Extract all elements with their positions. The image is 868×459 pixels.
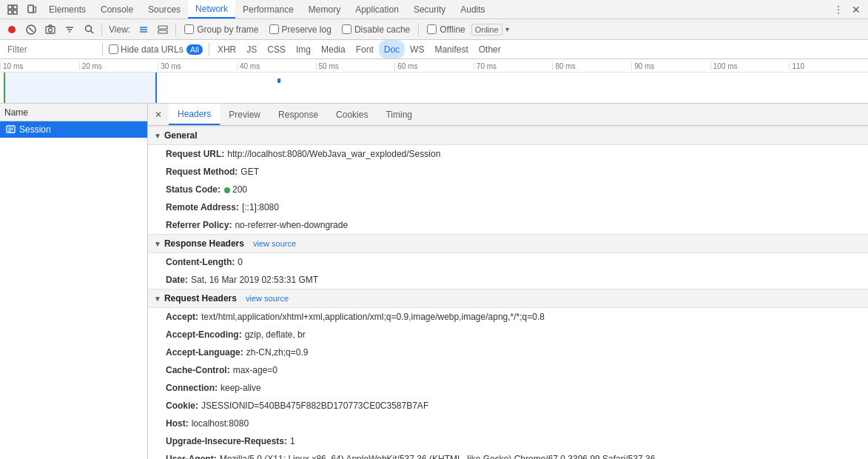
svg-rect-4 [28, 5, 33, 13]
view-label: View: [109, 24, 130, 35]
filter-js[interactable]: JS [241, 40, 262, 58]
disable-cache-label: Disable cache [354, 24, 410, 35]
cache-control-row: Cache-Control: max-age=0 [148, 361, 868, 379]
close-devtools-button[interactable]: ✕ [847, 1, 865, 19]
preserve-log-checkbox[interactable] [269, 24, 279, 34]
preserve-log-label: Preserve log [282, 24, 332, 35]
tab-sources[interactable]: Sources [141, 0, 188, 19]
filter-input[interactable] [3, 43, 99, 56]
timeline-tick: 70 ms [474, 62, 553, 70]
tab-network[interactable]: Network [188, 0, 235, 19]
headers-content: ▼ General Request URL: http://localhost:… [148, 126, 868, 459]
response-headers-section-header[interactable]: ▼ Response Headers view source [148, 234, 868, 253]
disable-cache-checkbox[interactable] [342, 24, 351, 34]
view-large-button[interactable] [154, 21, 172, 38]
svg-point-10 [49, 28, 53, 32]
svg-rect-5 [34, 7, 36, 13]
sub-tab-preview[interactable]: Preview [220, 104, 269, 125]
filter-button[interactable] [61, 21, 78, 38]
session-icon [6, 124, 16, 135]
timeline-tick: 100 ms [710, 62, 790, 70]
timeline-tick: 80 ms [552, 62, 631, 70]
sub-tab-bar: ✕ Headers Preview Response Cookies Timin… [148, 104, 868, 126]
toolbar-separator-2 [175, 23, 176, 36]
throttle-dropdown-arrow[interactable]: ▾ [505, 25, 509, 33]
remote-address-row: Remote Address: [::1]:8080 [148, 198, 868, 216]
timeline-tick: 40 ms [237, 62, 316, 70]
accept-encoding-row: Accept-Encoding: gzip, deflate, br [148, 326, 868, 344]
filter-font[interactable]: Font [351, 40, 379, 58]
status-code-row: Status Code: 200 [148, 181, 868, 198]
record-button[interactable] [3, 21, 21, 38]
request-url-row: Request URL: http://localhost:8080/WebJa… [148, 145, 868, 163]
hide-data-urls-checkbox[interactable] [109, 44, 118, 54]
filter-img[interactable]: Img [291, 40, 316, 58]
left-panel: Name Session [0, 104, 148, 459]
sub-tab-cookies[interactable]: Cookies [327, 104, 377, 125]
search-button[interactable] [80, 21, 98, 38]
online-badge: Online [471, 24, 502, 36]
filter-other[interactable]: Other [474, 40, 506, 58]
network-timeline: 10 ms20 ms30 ms40 ms50 ms60 ms70 ms80 ms… [0, 59, 868, 104]
sub-tab-close-button[interactable]: ✕ [151, 107, 166, 122]
tab-memory[interactable]: Memory [301, 0, 348, 19]
network-toolbar: View: Group by frame Preserve log Disabl… [0, 19, 868, 40]
svg-line-8 [29, 27, 33, 32]
timeline-ruler: 10 ms20 ms30 ms40 ms50 ms60 ms70 ms80 ms… [0, 59, 868, 73]
sub-tab-response[interactable]: Response [269, 104, 327, 125]
request-headers-arrow-icon: ▼ [154, 295, 161, 303]
devtools-select-icon[interactable] [3, 0, 22, 19]
connection-row: Connection: keep-alive [148, 379, 868, 397]
view-list-button[interactable] [135, 21, 152, 38]
filter-manifest[interactable]: Manifest [429, 40, 473, 58]
hide-data-urls-group: Hide data URLs All [109, 44, 203, 55]
svg-rect-20 [158, 30, 167, 33]
date-row: Date: Sat, 16 Mar 2019 02:53:31 GMT [148, 271, 868, 289]
filter-css[interactable]: CSS [262, 40, 291, 58]
status-dot-green [224, 187, 230, 193]
timeline-body [0, 73, 868, 103]
response-headers-view-source-link[interactable]: view source [253, 239, 296, 248]
general-arrow-icon: ▼ [154, 132, 161, 140]
group-by-frame-group: Group by frame [184, 24, 258, 35]
timeline-tick: 20 ms [79, 62, 158, 70]
timeline-blue-bar [155, 73, 157, 103]
camera-button[interactable] [41, 21, 59, 38]
filter-doc[interactable]: Doc [379, 40, 405, 58]
tab-performance[interactable]: Performance [235, 0, 301, 19]
tab-elements[interactable]: Elements [41, 0, 93, 19]
filter-ws[interactable]: WS [405, 40, 429, 58]
general-section-header[interactable]: ▼ General [148, 126, 868, 145]
toolbar-separator-3 [418, 23, 419, 36]
devtools-device-icon[interactable] [22, 0, 41, 19]
offline-label: Offline [440, 24, 465, 35]
request-headers-section-header[interactable]: ▼ Request Headers view source [148, 289, 868, 308]
tab-audits[interactable]: Audits [453, 0, 492, 19]
more-tabs-button[interactable]: ⋮ [830, 1, 847, 19]
user-agent-row: User-Agent: Mozilla/5.0 (X11; Linux x86_… [148, 450, 868, 459]
svg-rect-0 [8, 5, 12, 9]
name-header: Name [0, 104, 147, 121]
group-by-frame-checkbox[interactable] [184, 24, 194, 34]
request-headers-view-source-link[interactable]: view source [246, 294, 289, 303]
svg-rect-9 [46, 27, 55, 33]
tab-application[interactable]: Application [348, 0, 406, 19]
sub-tab-timing[interactable]: Timing [377, 104, 421, 125]
clear-button[interactable] [22, 21, 40, 38]
timeline-tick: 60 ms [394, 62, 474, 70]
filter-media[interactable]: Media [316, 40, 351, 58]
filter-separator-2 [209, 43, 209, 56]
filter-xhr[interactable]: XHR [212, 40, 241, 58]
timeline-tick: 10 ms [0, 62, 79, 70]
list-item-session[interactable]: Session [0, 121, 147, 138]
preserve-log-group: Preserve log [269, 24, 332, 35]
tab-console[interactable]: Console [93, 0, 141, 19]
timeline-selection [4, 73, 155, 103]
svg-rect-2 [8, 10, 12, 14]
tab-security[interactable]: Security [406, 0, 453, 19]
offline-checkbox[interactable] [427, 24, 437, 34]
accept-row: Accept: text/html,application/xhtml+xml,… [148, 308, 868, 326]
disable-cache-group: Disable cache [342, 24, 410, 35]
sub-tab-headers[interactable]: Headers [169, 104, 220, 125]
host-row: Host: localhost:8080 [148, 415, 868, 432]
